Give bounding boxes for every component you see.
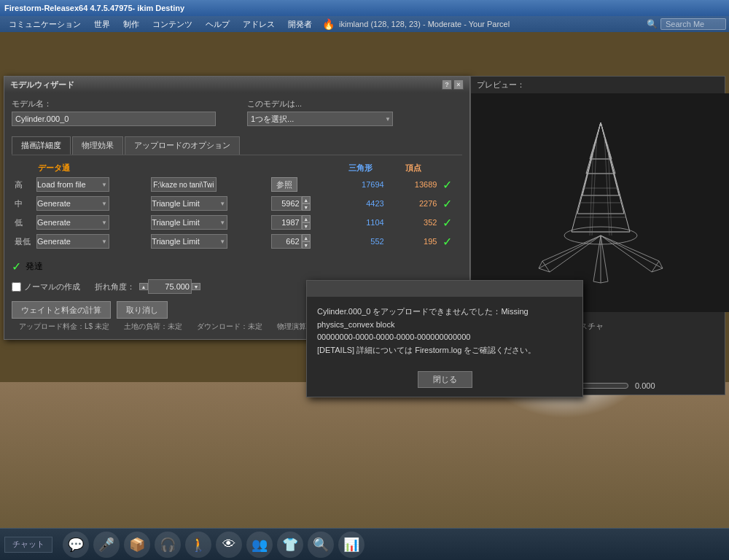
help-button[interactable]: ?: [442, 79, 452, 90]
tab-physics[interactable]: 物理効果: [72, 136, 123, 155]
search-input[interactable]: [660, 18, 726, 30]
taskbar-icons: 💬 🎤 📦 🎧 🚶 👁 👥 👕 🔍 📊: [63, 532, 364, 558]
error-dialog: Cylinder.000_0 をアップロードできませんでした：Missing p…: [306, 280, 583, 397]
preview-title: プレビュー：: [471, 77, 725, 93]
spin-arrows-mid: ▲ ▼: [302, 196, 311, 211]
source-dropdown-wrapper-high: Load from file Generate None: [36, 177, 109, 192]
svg-line-6: [542, 236, 601, 261]
source-type-select-mid[interactable]: Load from file Generate None: [36, 196, 109, 211]
taskbar-stats-icon[interactable]: 📊: [338, 532, 364, 558]
svg-line-14: [601, 236, 652, 272]
search-area: 🔍: [647, 18, 726, 30]
header-vertices: 頂点: [387, 161, 440, 175]
header-triangles: 三角形: [334, 161, 387, 175]
taskbar-eye-icon[interactable]: 👁: [216, 532, 242, 558]
spin-up-lowest[interactable]: ▲: [302, 234, 311, 241]
chat-button[interactable]: チャット: [4, 537, 52, 553]
tab-detail[interactable]: 描画詳細度: [12, 136, 71, 155]
limit-value-lowest[interactable]: [271, 234, 302, 249]
send-check-icon: ✓: [12, 260, 21, 273]
row-label-mid: 中: [12, 194, 34, 213]
this-model-label: このモデルは...: [247, 98, 462, 109]
taskbar-headphones-icon[interactable]: 🎧: [155, 532, 181, 558]
spin-down-low[interactable]: ▼: [302, 222, 311, 230]
path-input-high[interactable]: [151, 177, 217, 192]
triangles-high: 17694: [334, 175, 387, 194]
upload-fee: アップロード料金：L$ 未定: [19, 322, 109, 332]
close-button[interactable]: ×: [453, 79, 464, 90]
error-close-button[interactable]: 閉じる: [418, 371, 472, 388]
check-mid: ✓: [443, 198, 452, 210]
svg-marker-4: [572, 122, 630, 232]
vertices-low: 352: [387, 213, 440, 232]
model-preview-svg: [499, 101, 703, 305]
menu-create[interactable]: 制作: [117, 18, 145, 31]
svg-line-20: [601, 236, 608, 281]
menu-help[interactable]: ヘルプ: [200, 18, 235, 31]
send-label: 発達: [26, 260, 43, 273]
limit-value-low[interactable]: [271, 215, 302, 230]
vertices-high: 13689: [387, 175, 440, 194]
svg-line-22: [601, 281, 608, 283]
check-lowest: ✓: [443, 236, 452, 248]
svg-line-11: [539, 268, 550, 272]
normal-checkbox-label[interactable]: ノーマルの作成: [12, 281, 80, 292]
menu-content[interactable]: コンテンツ: [147, 18, 198, 31]
triangles-low: 1104: [334, 213, 387, 232]
menu-communication[interactable]: コミュニケーション: [3, 18, 87, 31]
fold-angle-input[interactable]: [148, 279, 192, 294]
menu-world[interactable]: 世界: [88, 18, 116, 31]
tab-upload[interactable]: アップロードのオプション: [125, 136, 240, 155]
fold-spin-up[interactable]: ▲: [139, 283, 148, 290]
spin-down-lowest[interactable]: ▼: [302, 241, 311, 249]
lod-table-area: データ通 三角形 頂点 高 Load from file: [4, 155, 469, 257]
taskbar-shirt-icon[interactable]: 👕: [277, 532, 303, 558]
taskbar-chat-icon[interactable]: 💬: [63, 532, 89, 558]
source-type-select-high[interactable]: Load from file Generate None: [36, 177, 109, 192]
cancel-button[interactable]: 取り消し: [117, 301, 168, 319]
limit-type-cell-low: Triangle Limit Error Threshold: [148, 213, 268, 232]
limit-value-mid[interactable]: [271, 196, 302, 211]
taskbar-walk-icon[interactable]: 🚶: [185, 532, 211, 558]
source-type-cell-high: Load from file Generate None: [34, 175, 148, 194]
error-line4: [DETAILS] 詳細については Firestorm.log をご確認ください…: [317, 344, 572, 357]
ref-button-high[interactable]: 参照: [271, 177, 297, 192]
fold-angle-label: 折れ角度：: [95, 281, 135, 292]
error-line1: Cylinder.000_0 をアップロードできませんでした：Missing: [317, 306, 572, 319]
menu-address[interactable]: アドレス: [237, 18, 281, 31]
tabs: 描画詳細度 物理効果 アップロードのオプション: [12, 136, 462, 155]
limit-type-select-lowest[interactable]: Triangle Limit Error Threshold: [151, 234, 227, 249]
source-type-select-lowest[interactable]: Load from file Generate None: [36, 234, 109, 249]
limit-type-select-low[interactable]: Triangle Limit Error Threshold: [151, 215, 227, 230]
model-name-input[interactable]: [12, 112, 216, 126]
title-bar-text: Firestorm-Releasex64 4.7.5.47975- ikim D…: [4, 4, 184, 12]
row-label-lowest: 最低: [12, 232, 34, 251]
svg-line-12: [601, 236, 659, 261]
dialog-title-text: モデルウィザード: [10, 79, 74, 90]
spin-up-low[interactable]: ▲: [302, 215, 311, 222]
taskbar-inventory-icon[interactable]: 📦: [124, 532, 150, 558]
svg-marker-3: [577, 122, 624, 214]
fold-spin-down[interactable]: ▼: [192, 283, 200, 290]
this-model-select[interactable]: 1つを選択...: [247, 112, 393, 126]
source-type-cell-low: Load from file Generate None: [34, 213, 148, 232]
vertices-mid: 2276: [387, 194, 440, 213]
ref-cell-high: 参照: [268, 175, 334, 194]
spin-up-mid[interactable]: ▲: [302, 196, 311, 203]
svg-marker-1: [586, 122, 615, 174]
limit-val-cell-lowest: ▲ ▼: [268, 232, 334, 251]
normal-checkbox[interactable]: [12, 282, 21, 292]
dialog-title-buttons: ? ×: [442, 79, 464, 90]
spin-down-mid[interactable]: ▼: [302, 203, 311, 211]
taskbar-people-icon[interactable]: 👥: [246, 532, 273, 558]
taskbar-search-icon[interactable]: 🔍: [308, 532, 334, 558]
source-type-select-low[interactable]: Load from file Generate None: [36, 215, 109, 230]
header-data-source: データ通: [34, 161, 334, 175]
weight-calc-button[interactable]: ウェイトと料金の計算: [12, 301, 111, 319]
limit-dropdown-wrapper-lowest: Triangle Limit Error Threshold: [151, 234, 227, 249]
taskbar-mic-icon[interactable]: 🎤: [93, 532, 120, 558]
limit-type-select-mid[interactable]: Triangle Limit Error Threshold: [151, 196, 227, 211]
menu-developer[interactable]: 開発者: [282, 18, 318, 31]
title-bar: Firestorm-Releasex64 4.7.5.47975- ikim D…: [0, 0, 729, 16]
lod-row-mid: 中 Load from file Generate None: [12, 194, 462, 213]
